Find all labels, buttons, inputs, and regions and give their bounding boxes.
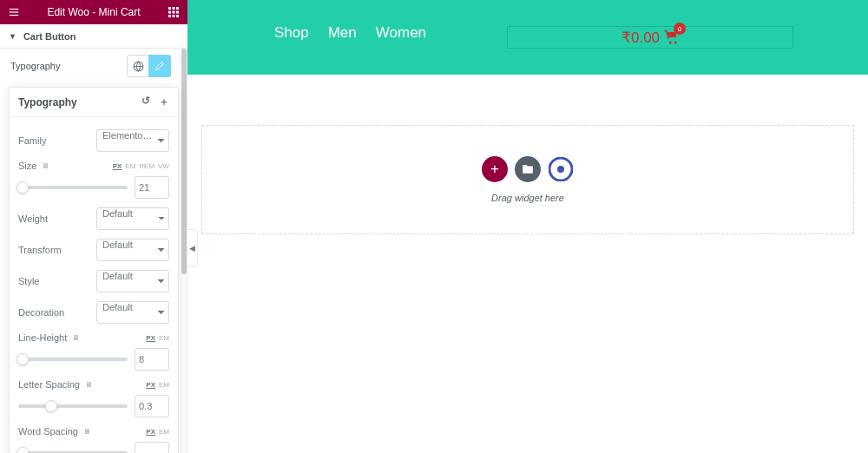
line-height-label: Line-Height [18,332,67,343]
unit-px[interactable]: PX [113,162,122,170]
unit-vw[interactable]: VW [158,162,169,170]
style-label: Style [18,276,39,286]
mini-cart-widget[interactable]: ₹0.00 0 [507,26,793,49]
cart-price: ₹0.00 [621,29,660,47]
unit-em[interactable]: EM [125,162,135,170]
desktop-icon[interactable]: 🖥 [72,333,80,342]
apps-grid-icon[interactable] [167,5,181,19]
section-title: Cart Button [23,31,76,42]
popover-header: Typography ↺ ＋ [10,88,178,117]
unit-em[interactable]: EM [159,428,169,436]
typography-label: Typography [10,61,60,71]
family-label: Family [18,135,46,146]
svg-rect-11 [176,15,179,17]
decoration-select[interactable]: Default [96,301,169,324]
plugin-logo-icon[interactable] [548,156,574,182]
desktop-icon[interactable]: 🖥 [85,380,93,389]
typography-control-row: Typography [0,49,181,83]
field-weight: Weight Default [18,207,169,230]
hamburger-icon[interactable] [7,5,21,19]
line-height-slider[interactable] [18,358,128,361]
field-size: Size🖥 PX EM REM VW [18,161,169,199]
preview-body: + Drag widget here [187,75,868,453]
pencil-icon[interactable] [148,55,171,77]
unit-rem[interactable]: REM [139,162,155,170]
unit-px[interactable]: PX [146,428,155,436]
letter-spacing-label: Letter Spacing [18,379,80,390]
caret-down-icon: ▼ [9,32,16,41]
unit-em[interactable]: EM [159,381,169,389]
unit-px[interactable]: PX [146,334,155,342]
panel-collapse-handle[interactable]: ◀ [187,229,198,267]
size-slider[interactable] [18,186,128,189]
letter-spacing-slider[interactable] [18,404,128,408]
desktop-icon[interactable]: 🖥 [83,427,91,436]
widget-drop-area[interactable]: + Drag widget here [201,125,854,234]
scrollbar[interactable] [181,49,187,453]
svg-rect-3 [168,7,171,10]
field-family: Family Elementor fo... [18,129,169,152]
svg-rect-4 [173,7,175,10]
unit-em[interactable]: EM [159,334,169,342]
line-height-input[interactable] [135,348,169,371]
nav-men[interactable]: Men [328,24,357,42]
cart-icon: 0 [663,30,679,45]
weight-label: Weight [18,213,48,224]
editor-header: Edit Woo - Mini Cart [0,0,187,24]
decoration-label: Decoration [18,307,64,318]
size-units: PX EM REM VW [113,162,169,170]
field-word-spacing: Word Spacing🖥 PX EM [18,426,169,453]
nav-shop[interactable]: Shop [274,24,309,42]
weight-select[interactable]: Default [96,207,169,230]
letter-spacing-input[interactable] [135,395,169,417]
size-input[interactable] [135,176,169,199]
popover-title: Typography [18,96,77,108]
reset-icon[interactable]: ↺ [141,95,150,109]
svg-rect-5 [176,7,179,10]
desktop-icon[interactable]: 🖥 [42,161,49,170]
svg-rect-7 [173,11,175,14]
transform-select[interactable]: Default [96,239,169,261]
field-decoration: Decoration Default [18,301,169,324]
field-letter-spacing: Letter Spacing🖥 PX EM [18,379,169,417]
cart-badge: 0 [674,23,686,35]
preview-header: Shop Men Women ₹0.00 0 [187,0,868,75]
unit-px[interactable]: PX [146,381,155,389]
scrollbar-thumb[interactable] [181,49,187,274]
add-widget-button[interactable]: + [482,156,508,182]
transform-label: Transform [18,245,62,255]
typography-popover: Typography ↺ ＋ Family Elementor fo... Si… [9,87,179,453]
family-select[interactable]: Elementor fo... [96,129,169,152]
drag-widget-text: Drag widget here [491,193,564,203]
svg-rect-10 [173,15,175,17]
editor-title: Edit Woo - Mini Cart [21,6,167,18]
svg-point-15 [557,166,564,173]
field-line-height: Line-Height🖥 PX EM [18,332,169,371]
word-spacing-label: Word Spacing [18,426,78,437]
style-select[interactable]: Default [96,270,169,292]
field-transform: Transform Default [18,239,169,261]
size-label: Size [18,161,36,171]
section-cart-button[interactable]: ▼ Cart Button [0,24,187,49]
nav-women[interactable]: Women [376,24,426,42]
svg-rect-9 [168,15,171,17]
word-spacing-input[interactable] [135,442,169,453]
svg-rect-6 [168,11,171,14]
add-icon[interactable]: ＋ [159,95,169,109]
folder-icon[interactable] [515,156,541,182]
globe-icon[interactable] [127,55,149,77]
svg-rect-8 [176,11,179,14]
nav-links: Shop Men Women [274,24,426,42]
field-style: Style Default [18,270,169,292]
